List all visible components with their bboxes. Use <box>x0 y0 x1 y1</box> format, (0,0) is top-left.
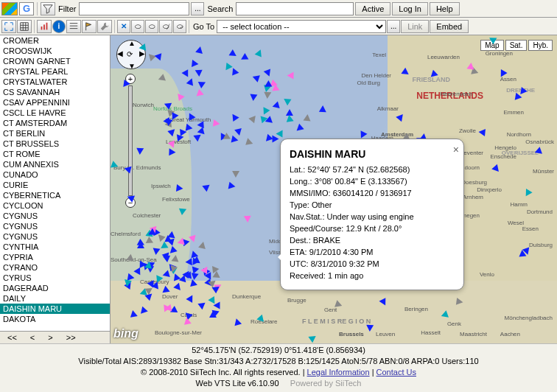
pan-down-icon[interactable]: ▼ <box>128 62 136 70</box>
status-coords: 52°45.175'N (52.752919) 0°51.418'E (0.85… <box>0 345 557 356</box>
pager-next[interactable]: > <box>48 333 52 342</box>
vessel-list-item[interactable]: CROWN GARNET <box>0 56 110 66</box>
goto-options-button[interactable]: ... <box>387 20 400 33</box>
vessel-list-item[interactable]: CROOSWIJK <box>0 46 110 56</box>
link-icon-2[interactable]: ⬭ <box>145 20 158 33</box>
vessel-list-item[interactable]: CYGNUS <box>0 211 110 221</box>
help-button[interactable]: Help <box>430 2 460 15</box>
location-select[interactable]: -- select location -- <box>217 20 386 33</box>
pan-right-icon[interactable]: ▶ <box>139 49 145 57</box>
zoom-track[interactable] <box>128 85 133 196</box>
chart-icon[interactable] <box>37 20 52 33</box>
search-label: Search <box>207 4 233 13</box>
pan-control[interactable]: ▲ ▼ ◀ ▶ ⟳ <box>116 40 146 69</box>
filter-input[interactable] <box>79 2 189 15</box>
vessel-list-item[interactable]: CURIE <box>0 180 110 190</box>
popup-speed: Speed/Course: 12.9 Knt / 28.0° <box>290 223 455 235</box>
vessel-list-item[interactable]: DAKOTA <box>0 314 110 324</box>
map-type-map[interactable]: Map <box>480 40 503 51</box>
popup-lon: Long.: 3°08' 00.84" E (3.133567) <box>290 176 455 188</box>
vessel-list-item[interactable]: CRYSTALWATER <box>0 77 110 87</box>
flag-icon[interactable] <box>82 20 97 33</box>
vessel-list-item[interactable]: CT BERLIN <box>0 128 110 139</box>
broken-link-icon[interactable]: ⬭̷ <box>173 20 186 33</box>
vessel-list-item[interactable]: CSAV APPENNINI <box>0 97 110 108</box>
vessel-list-item[interactable]: CT BRUSSELS <box>0 139 110 149</box>
popup-dest: Dest.: BRAKE <box>290 235 455 247</box>
expand-icon[interactable] <box>1 20 16 33</box>
search-input[interactable] <box>236 2 354 15</box>
login-button[interactable]: Log In <box>392 2 428 15</box>
status-bar: 52°45.175'N (52.752919) 0°51.418'E (0.85… <box>0 343 557 389</box>
pan-up-icon[interactable]: ▲ <box>128 39 136 47</box>
vessel-list-item[interactable]: CUNADO <box>0 169 110 180</box>
copyright-text: © 2008-2010 SiiTech Inc. All rights rese… <box>141 368 307 377</box>
vessel-list-item[interactable]: CYCLOON <box>0 200 110 211</box>
vessel-info-popup: × DAISHIN MARU Lat.: 52°40' 57.24" N (52… <box>280 139 464 290</box>
windows-icon[interactable] <box>1 2 18 15</box>
svg-rect-2 <box>46 22 48 29</box>
map-type-hyb[interactable]: Hyb. <box>528 40 553 51</box>
pan-center-icon[interactable]: ⟳ <box>127 50 133 58</box>
content: CROMERCROOSWIJKCROWN GARNETCRYSTAL PEARL… <box>0 35 557 343</box>
popup-mmsi: MMSI/IMO: 636014120 / 9136917 <box>290 188 455 200</box>
zoom-in-button[interactable]: + <box>125 74 136 84</box>
vessel-list[interactable]: CROMERCROOSWIJKCROWN GARNETCRYSTAL PEARL… <box>0 35 110 331</box>
vessel-list-item[interactable]: CYBERNETICA <box>0 190 110 200</box>
funnel-icon[interactable] <box>41 2 55 15</box>
vessel-list-item[interactable]: CSCL LE HAVRE <box>0 108 110 118</box>
zoom-out-button[interactable]: − <box>125 197 136 208</box>
pager-last[interactable]: >> <box>66 333 76 342</box>
link-icon-1[interactable]: ⬭ <box>131 20 144 33</box>
land-be-fr <box>111 281 557 343</box>
vessel-list-item[interactable]: DAISHIN MARU <box>0 304 110 314</box>
link-break-icon[interactable]: ⬭̸ <box>159 20 172 33</box>
legal-link[interactable]: Legal Information <box>307 368 370 377</box>
pager-first[interactable]: << <box>7 333 17 342</box>
vessel-list-item[interactable]: CT ROME <box>0 149 110 159</box>
filter-label: Filter <box>58 4 76 13</box>
vessel-list-item[interactable]: CROMER <box>0 35 110 46</box>
info-icon[interactable]: i <box>52 20 66 33</box>
wrench-icon[interactable] <box>97 20 112 33</box>
vessel-list-item[interactable]: CRYSTAL PEARL <box>0 66 110 77</box>
link-button[interactable]: Link <box>401 20 429 33</box>
map[interactable]: NETHERLANDS FRIESLAND DRENTHE OVERIJSSEL… <box>111 35 557 343</box>
tools-toolbar: i ✕ ⬭ ⬭ ⬭̸ ⬭̷ Go To -- select location -… <box>0 18 557 35</box>
map-type-sat[interactable]: Sat. <box>505 40 528 51</box>
zoom-slider[interactable]: + − <box>125 74 136 208</box>
popup-close-icon[interactable]: × <box>453 142 459 157</box>
grid-icon[interactable] <box>17 20 32 33</box>
vessel-list-item[interactable]: DAGERAAD <box>0 283 110 293</box>
region-drenthe: DRENTHE <box>506 87 535 94</box>
popup-recv: Received: 1 min ago <box>290 270 455 282</box>
vessel-list-item[interactable]: CUM ANNEXIS <box>0 159 110 169</box>
embed-button[interactable]: Embed <box>430 20 469 33</box>
vessel-list-item[interactable]: CS SAVANNAH <box>0 87 110 97</box>
top-toolbar: G Filter ... Search Active Log In Help <box>0 0 557 18</box>
vessel-list-item[interactable]: CT AMSTERDAM <box>0 118 110 128</box>
list-icon[interactable] <box>66 20 81 33</box>
divider <box>114 20 115 33</box>
vessel-list-item[interactable]: CYNTHIA <box>0 242 110 252</box>
contact-link[interactable]: Contact Us <box>376 368 416 377</box>
vessel-list-item[interactable]: CYGNUS <box>0 221 110 231</box>
region-overijssel: OVERIJSSEL <box>502 150 539 156</box>
version-text: Web VTS Lite v6.10.90 <box>196 379 279 388</box>
google-icon[interactable]: G <box>19 2 34 15</box>
vessel-list-item[interactable]: CYPRIA <box>0 252 110 262</box>
pan-left-icon[interactable]: ◀ <box>117 49 123 57</box>
pager-prev[interactable]: < <box>30 333 35 342</box>
close-tool-icon[interactable]: ✕ <box>117 20 130 33</box>
vessel-list-item[interactable]: CYRANO <box>0 262 110 273</box>
vessel-list-item[interactable]: CYRUS <box>0 273 110 283</box>
vessel-list-item[interactable]: CYGNUS <box>0 231 110 242</box>
filter-dropdown-button[interactable]: ... <box>191 2 204 15</box>
active-button[interactable]: Active <box>355 2 390 15</box>
map-nav-controls: ▲ ▼ ◀ ▶ ⟳ + − <box>116 40 146 208</box>
vessel-list-item[interactable]: DAILY <box>0 293 110 304</box>
bing-logo: bing <box>113 327 139 340</box>
map-type-switch: Map Sat. Hyb. <box>480 40 553 51</box>
svg-rect-0 <box>41 27 43 29</box>
divider <box>34 20 35 33</box>
